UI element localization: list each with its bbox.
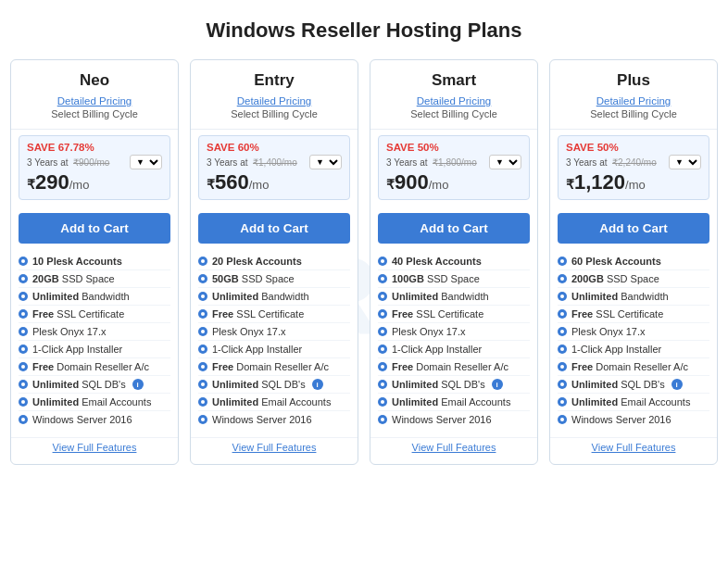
view-features-link-entry[interactable]: View Full Features <box>191 437 358 455</box>
plans-container: NeoDetailed PricingSelect Billing CycleS… <box>19 59 709 465</box>
add-to-cart-button-neo[interactable]: Add to Cart <box>19 213 170 244</box>
feature-dot-icon <box>558 274 567 283</box>
add-to-cart-button-plus[interactable]: Add to Cart <box>558 213 709 244</box>
list-item: Free SSL Certificate <box>198 306 350 323</box>
plan-card-smart: SmartDetailed PricingSelect Billing Cycl… <box>370 59 538 465</box>
feature-text: Windows Server 2016 <box>571 414 672 425</box>
select-billing-label-neo: Select Billing Cycle <box>19 108 170 119</box>
info-icon[interactable]: i <box>492 379 503 390</box>
feature-dot-icon <box>378 362 387 371</box>
feature-dot-icon <box>378 257 387 266</box>
feature-dot-icon <box>378 309 387 319</box>
feature-text: 1-Click App Installer <box>571 344 661 355</box>
list-item: Unlimited Email Accounts <box>378 394 530 411</box>
view-features-link-plus[interactable]: View Full Features <box>550 437 717 455</box>
billing-select-smart[interactable]: ▼ <box>489 155 521 169</box>
feature-text: Unlimited SQL DB's <box>571 379 665 390</box>
pricing-box-smart: SAVE 50%3 Years at ₹1,800/mo▼₹900/mo <box>378 135 530 200</box>
feature-dot-icon <box>558 415 567 424</box>
detailed-pricing-link-neo[interactable]: Detailed Pricing <box>19 95 170 107</box>
list-item: Free SSL Certificate <box>558 306 709 323</box>
feature-text: Free SSL Certificate <box>571 308 663 320</box>
add-to-cart-button-smart[interactable]: Add to Cart <box>378 213 530 244</box>
list-item: Windows Server 2016 <box>19 411 170 428</box>
feature-text: Plesk Onyx 17.x <box>392 326 465 337</box>
plan-name-smart: Smart <box>378 71 530 90</box>
feature-dot-icon <box>378 327 387 336</box>
feature-text: Plesk Onyx 17.x <box>32 326 106 337</box>
info-icon[interactable]: i <box>132 379 144 390</box>
feature-text: 20 Plesk Accounts <box>212 256 302 267</box>
feature-text: Unlimited Email Accounts <box>32 396 151 407</box>
view-features-link-smart[interactable]: View Full Features <box>370 437 537 455</box>
feature-dot-icon <box>378 345 387 354</box>
list-item: 50GB SSD Space <box>198 270 350 288</box>
list-item: Free Domain Reseller A/c <box>198 358 350 376</box>
list-item: Unlimited SQL DB'si <box>198 376 350 394</box>
feature-dot-icon <box>558 292 567 301</box>
feature-text: Unlimited Email Accounts <box>392 396 510 407</box>
plan-card-neo: NeoDetailed PricingSelect Billing CycleS… <box>10 59 179 465</box>
select-billing-label-entry: Select Billing Cycle <box>198 108 350 119</box>
info-icon[interactable]: i <box>672 379 683 390</box>
billing-select-entry[interactable]: ▼ <box>309 155 342 169</box>
feature-dot-icon <box>198 415 207 424</box>
feature-dot-icon <box>558 380 567 389</box>
add-to-cart-button-entry[interactable]: Add to Cart <box>198 213 350 244</box>
info-icon[interactable]: i <box>312 379 323 390</box>
plan-header-neo: NeoDetailed PricingSelect Billing Cycle <box>11 60 178 130</box>
features-list-entry: 20 Plesk Accounts50GB SSD SpaceUnlimited… <box>191 249 358 432</box>
select-billing-label-plus: Select Billing Cycle <box>558 108 709 119</box>
feature-dot-icon <box>19 274 28 283</box>
list-item: Plesk Onyx 17.x <box>198 323 350 341</box>
save-badge-entry: SAVE 60% <box>207 142 342 153</box>
feature-dot-icon <box>198 292 207 301</box>
list-item: Unlimited Bandwidth <box>19 288 170 306</box>
detailed-pricing-link-smart[interactable]: Detailed Pricing <box>378 95 530 107</box>
plan-name-entry: Entry <box>198 71 350 90</box>
billing-text-plus: 3 Years at ₹2,240/mo <box>566 157 657 168</box>
feature-dot-icon <box>198 397 207 407</box>
detailed-pricing-link-entry[interactable]: Detailed Pricing <box>198 95 350 107</box>
feature-text: Free SSL Certificate <box>32 308 124 320</box>
feature-dot-icon <box>558 397 567 407</box>
list-item: Free Domain Reseller A/c <box>378 358 530 376</box>
save-badge-plus: SAVE 50% <box>566 142 701 153</box>
list-item: 40 Plesk Accounts <box>378 253 530 270</box>
view-features-link-neo[interactable]: View Full Features <box>11 437 178 455</box>
list-item: Free SSL Certificate <box>378 306 530 323</box>
pricing-box-entry: SAVE 60%3 Years at ₹1,400/mo▼₹560/mo <box>198 135 350 200</box>
list-item: Free SSL Certificate <box>19 306 170 323</box>
price-main-entry: ₹560/mo <box>207 171 342 194</box>
list-item: Plesk Onyx 17.x <box>558 323 709 341</box>
list-item: Free Domain Reseller A/c <box>558 358 709 376</box>
list-item: Unlimited Bandwidth <box>378 288 530 306</box>
feature-text: 60 Plesk Accounts <box>571 256 661 267</box>
feature-dot-icon <box>198 327 207 336</box>
feature-dot-icon <box>198 274 207 283</box>
billing-select-plus[interactable]: ▼ <box>669 155 701 169</box>
plan-header-entry: EntryDetailed PricingSelect Billing Cycl… <box>191 60 358 130</box>
list-item: Free Domain Reseller A/c <box>19 358 170 376</box>
feature-dot-icon <box>558 309 567 319</box>
plan-card-plus: PlusDetailed PricingSelect Billing Cycle… <box>549 59 718 465</box>
feature-text: 1-Click App Installer <box>392 344 482 355</box>
list-item: 200GB SSD Space <box>558 270 709 288</box>
feature-text: Unlimited Bandwidth <box>32 291 130 302</box>
feature-text: Free SSL Certificate <box>392 308 483 320</box>
list-item: Windows Server 2016 <box>378 411 530 428</box>
select-billing-label-smart: Select Billing Cycle <box>378 108 530 119</box>
feature-dot-icon <box>19 397 28 407</box>
billing-select-neo[interactable]: ▼ <box>130 155 162 169</box>
feature-dot-icon <box>19 257 28 266</box>
billing-row-smart: 3 Years at ₹1,800/mo▼ <box>386 155 521 169</box>
list-item: Windows Server 2016 <box>198 411 350 428</box>
detailed-pricing-link-plus[interactable]: Detailed Pricing <box>558 95 709 107</box>
feature-text: Unlimited SQL DB's <box>212 379 306 390</box>
feature-text: Free Domain Reseller A/c <box>571 361 688 372</box>
plan-card-entry: EntryDetailed PricingSelect Billing Cycl… <box>190 59 358 465</box>
feature-dot-icon <box>198 309 207 319</box>
feature-dot-icon <box>19 362 28 371</box>
feature-text: Windows Server 2016 <box>392 414 492 425</box>
feature-dot-icon <box>198 257 207 266</box>
